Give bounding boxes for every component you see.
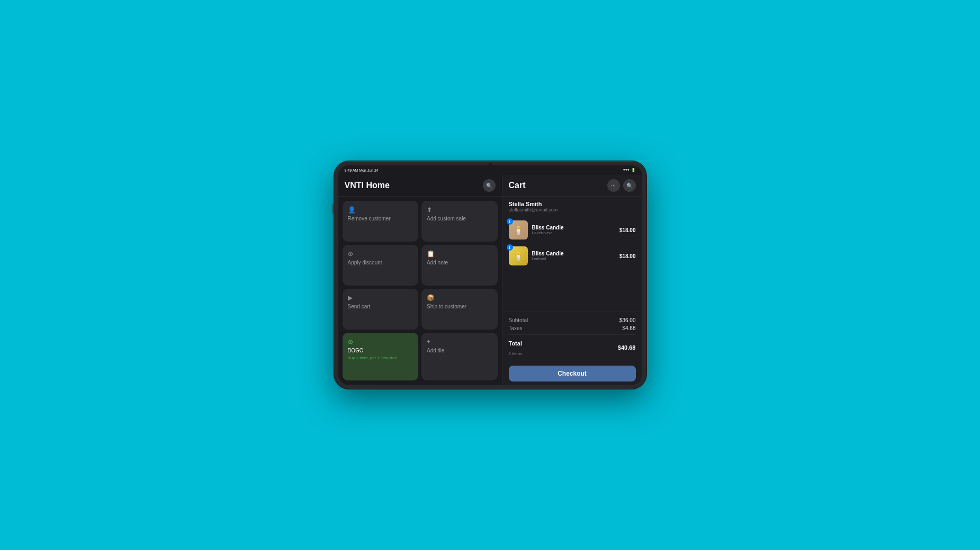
cart-item[interactable]: 1 🕯️ Bliss Candle Daffodil $18.00: [509, 243, 636, 269]
item-image-container: 1 🕯️: [509, 246, 528, 265]
item-info: Bliss Candle Daffodil: [532, 251, 615, 261]
tile-apply-discount[interactable]: ⊕ Apply discount: [343, 245, 419, 286]
grand-total-value: $40.68: [618, 344, 636, 351]
add-note-label: Add note: [427, 260, 492, 265]
bogo-sublabel: Buy 1 item, get 1 item free: [348, 356, 413, 360]
left-header: VNTI Home 🔍: [338, 175, 502, 197]
more-icon: ···: [611, 183, 615, 189]
subtotal-value: $36.00: [619, 317, 636, 323]
total-divider: [509, 334, 636, 335]
subtotal-row: Subtotal $36.00: [509, 316, 636, 324]
tile-add-tile[interactable]: + Add tile: [421, 333, 498, 380]
ship-to-customer-icon: 📦: [427, 294, 492, 301]
tablet-camera: [489, 163, 492, 166]
cart-search-button[interactable]: 🔍: [623, 179, 636, 192]
item-price: $18.00: [619, 227, 636, 233]
apply-discount-icon: ⊕: [348, 250, 413, 258]
items-count: 2 items: [509, 351, 523, 356]
tile-bogo[interactable]: ⊕ BOGO Buy 1 item, get 1 item free: [343, 333, 419, 380]
tile-ship-to-customer[interactable]: 📦 Ship to customer: [421, 289, 498, 330]
status-bar: 9:49 AM Mon Jun 24 ▾▾▾ 🔋: [338, 165, 642, 175]
item-image-container: 1 🕯️: [509, 220, 528, 239]
item-name: Bliss Candle: [532, 251, 615, 256]
subtotal-label: Subtotal: [509, 317, 528, 323]
send-cart-icon: ▶: [348, 294, 413, 301]
add-tile-icon: +: [427, 338, 492, 345]
tile-remove-customer[interactable]: 👤 Remove customer: [343, 201, 419, 242]
customer-email: stellasmith@email.com: [509, 207, 636, 212]
tablet-side-button: [332, 203, 334, 214]
taxes-label: Taxes: [509, 325, 523, 331]
ship-to-customer-label: Ship to customer: [427, 304, 492, 309]
tile-add-custom-sale[interactable]: ⬆ Add custom sale: [421, 201, 498, 242]
main-content: VNTI Home 🔍 👤 Remove customer ⬆ Add cust…: [338, 175, 642, 385]
item-qty-badge: 1: [507, 218, 513, 225]
grand-total-label: Total: [509, 340, 522, 347]
cart-totals: Subtotal $36.00 Taxes $4.68 Total 2 item…: [502, 312, 642, 362]
send-cart-label: Send cart: [348, 304, 413, 309]
app-title: VNTI Home: [345, 181, 390, 190]
add-custom-sale-label: Add custom sale: [427, 216, 492, 221]
taxes-value: $4.68: [622, 325, 635, 331]
tablet-shell: 9:49 AM Mon Jun 24 ▾▾▾ 🔋 VNTI Home 🔍: [334, 161, 646, 389]
apply-discount-label: Apply discount: [348, 260, 413, 265]
taxes-row: Taxes $4.68: [509, 324, 636, 332]
remove-customer-icon: 👤: [348, 206, 413, 214]
search-button-left[interactable]: 🔍: [483, 179, 496, 192]
item-qty-badge: 1: [507, 244, 513, 251]
remove-customer-label: Remove customer: [348, 216, 413, 221]
battery-icon: 🔋: [631, 168, 636, 172]
item-name: Bliss Candle: [532, 225, 615, 230]
item-price: $18.00: [619, 253, 636, 259]
customer-name: Stella Smith: [509, 201, 636, 207]
status-icons: ▾▾▾ 🔋: [623, 168, 636, 172]
bogo-icon: ⊕: [348, 338, 413, 345]
tile-add-note[interactable]: 📋 Add note: [421, 245, 498, 286]
grand-total-row: Total 2 items $40.68: [509, 337, 636, 358]
item-variant: Lakehouse: [532, 230, 615, 235]
cart-items-list: 1 🕯️ Bliss Candle Lakehouse $18.00: [502, 217, 642, 312]
search-icon-left: 🔍: [486, 183, 492, 189]
left-panel: VNTI Home 🔍 👤 Remove customer ⬆ Add cust…: [338, 175, 502, 385]
customer-section: Stella Smith stellasmith@email.com: [502, 197, 642, 217]
add-note-icon: 📋: [427, 250, 492, 258]
cart-item[interactable]: 1 🕯️ Bliss Candle Lakehouse $18.00: [509, 217, 636, 243]
search-icon: 🔍: [626, 183, 633, 189]
tiles-grid: 👤 Remove customer ⬆ Add custom sale ⊕ Ap…: [338, 197, 502, 385]
checkout-button[interactable]: Checkout: [509, 366, 636, 382]
cart-panel: Cart ··· 🔍 Stella Smith stellasmith@emai…: [502, 175, 642, 385]
cart-more-button[interactable]: ···: [607, 179, 620, 192]
add-tile-label: Add tile: [427, 348, 492, 353]
bogo-label: BOGO: [348, 348, 413, 353]
wifi-icon: ▾▾▾: [623, 168, 630, 172]
cart-header: Cart ··· 🔍: [502, 175, 642, 197]
add-custom-sale-icon: ⬆: [427, 206, 492, 214]
item-info: Bliss Candle Lakehouse: [532, 225, 615, 235]
tile-send-cart[interactable]: ▶ Send cart: [343, 289, 419, 330]
cart-title: Cart: [509, 181, 526, 190]
cart-header-icons: ··· 🔍: [607, 179, 636, 192]
tablet-screen: 9:49 AM Mon Jun 24 ▾▾▾ 🔋 VNTI Home 🔍: [338, 165, 642, 385]
status-time: 9:49 AM Mon Jun 24: [345, 168, 379, 172]
item-variant: Daffodil: [532, 256, 615, 261]
